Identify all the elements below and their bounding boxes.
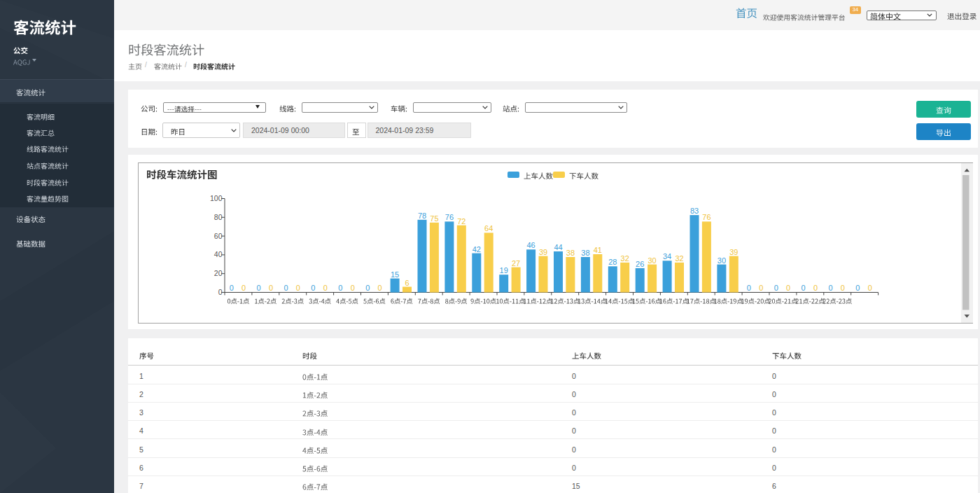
svg-text:0: 0 (813, 283, 817, 291)
svg-text:80: 80 (214, 212, 222, 221)
svg-text:27: 27 (511, 258, 519, 267)
svg-text:46: 46 (526, 241, 535, 249)
svg-text:0: 0 (241, 283, 246, 291)
svg-text:40: 40 (214, 250, 222, 258)
svg-text:28: 28 (608, 258, 617, 266)
svg-text:32: 32 (675, 254, 683, 262)
svg-text:100: 100 (209, 194, 222, 202)
svg-text:0: 0 (284, 283, 288, 291)
svg-text:83: 83 (690, 207, 698, 215)
svg-text:0: 0 (828, 283, 832, 291)
svg-text:75: 75 (430, 214, 438, 222)
svg-text:42: 42 (472, 244, 480, 253)
svg-text:0: 0 (774, 283, 778, 291)
svg-text:0: 0 (855, 283, 860, 291)
svg-text:0: 0 (295, 283, 300, 291)
svg-text:44: 44 (554, 243, 562, 251)
svg-text:34: 34 (662, 252, 671, 261)
svg-text:15: 15 (390, 270, 398, 278)
svg-text:0: 0 (801, 283, 805, 291)
svg-text:32: 32 (620, 254, 629, 262)
svg-text:30: 30 (648, 256, 656, 264)
svg-text:0: 0 (338, 283, 342, 291)
svg-text:0: 0 (268, 283, 272, 291)
svg-text:39: 39 (538, 247, 547, 256)
svg-text:0: 0 (311, 283, 315, 291)
svg-text:38: 38 (581, 249, 589, 257)
svg-text:0: 0 (218, 288, 222, 296)
svg-text:0: 0 (377, 283, 382, 291)
svg-text:0: 0 (759, 283, 763, 291)
svg-text:0: 0 (746, 283, 750, 291)
svg-text:78: 78 (417, 211, 426, 219)
svg-text:20: 20 (214, 269, 222, 277)
svg-text:0: 0 (350, 283, 354, 291)
svg-text:64: 64 (484, 224, 493, 232)
svg-text:0: 0 (867, 283, 872, 291)
svg-text:0: 0 (786, 283, 790, 291)
svg-text:41: 41 (593, 246, 601, 254)
svg-text:0: 0 (229, 283, 233, 291)
svg-text:26: 26 (636, 259, 644, 268)
svg-text:76: 76 (702, 213, 710, 221)
svg-text:0: 0 (323, 283, 327, 291)
svg-text:76: 76 (444, 213, 453, 221)
svg-text:19: 19 (499, 266, 507, 275)
svg-text:72: 72 (457, 216, 465, 225)
svg-text:39: 39 (729, 247, 738, 256)
svg-text:60: 60 (214, 231, 222, 239)
svg-text:0: 0 (840, 283, 844, 291)
svg-text:38: 38 (566, 249, 574, 257)
svg-text:6: 6 (405, 278, 409, 286)
svg-text:0: 0 (256, 283, 260, 291)
svg-text:0: 0 (365, 283, 370, 291)
svg-text:30: 30 (717, 256, 725, 264)
